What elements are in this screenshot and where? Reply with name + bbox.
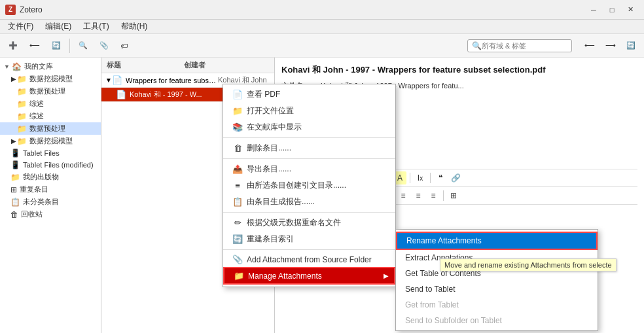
ctx-bibliography[interactable]: ≡ 由所选条目创建引文目录...... [223,177,395,194]
menu-edit[interactable]: 编辑(E) [40,20,77,33]
col-extra [259,59,272,71]
sidebar-item-label: 数据预处理 [29,86,65,96]
sidebar-item-duplicates[interactable]: ⊞ 重复条目 [0,183,101,196]
sidebar-item-label: Tablet Files (modified) [23,161,94,169]
attachment-button[interactable]: 📎 [95,39,113,52]
submenu: Rename Attachments Extract Annotations G… [395,229,598,331]
folder-icon: 📁 [232,106,243,116]
ctx-label: Add Attachment from Source Folder [247,255,372,264]
menu-help[interactable]: 帮助(H) [116,20,153,33]
search-input[interactable] [482,42,567,50]
ctx-label: 查看 PDF [247,89,280,100]
menu-tools[interactable]: 工具(T) [78,20,114,33]
sidebar-item-unfiled[interactable]: 📋 未分类条目 [0,196,101,208]
sidebar-item-3[interactable]: 📁 综述 [0,110,101,122]
sidebar-item-tablet-modified[interactable]: 📱 Tablet Files (modified) [0,159,101,171]
sidebar-item-label: 综述 [29,99,44,109]
title-bar: Z Zotero ─ □ ✕ [0,0,644,20]
ctx-delete[interactable]: 🗑 删除条目...... [223,140,395,156]
duplicate-icon: ⊞ [10,185,17,194]
folder-icon: 📁 [17,75,27,84]
ctx-sep1 [223,137,395,138]
folder-icon: 📁 [10,173,20,182]
search-box[interactable]: 🔍 [467,39,572,52]
sidebar-item-2[interactable]: 📁 综述 [0,97,101,110]
ctx-label: 删除条目...... [247,143,291,154]
indent-left-button[interactable]: ≡ [412,189,425,202]
submenu-arrow: ▶ [384,272,389,279]
sidebar-item-label: 数据挖掘模型 [29,74,73,84]
ctx-manage-attachments[interactable]: 📁 Manage Attachments ▶ [223,267,395,285]
library-label: 我的文库 [24,61,53,71]
sidebar-item-tablet[interactable]: 📱 Tablet Files [0,147,101,159]
search-icon: 🔍 [472,41,482,50]
table-button[interactable]: ⊞ [447,189,460,202]
ul-button[interactable]: ≡ [397,189,410,202]
sidebar-item-label: 未分类条目 [23,197,59,207]
library-root[interactable]: ▼ 🏠 我的文库 [0,60,101,73]
toolbar-separator [69,39,70,53]
rename-icon: ✏ [232,218,243,228]
nav-controls: ⟵ ⟶ 🔄 [580,39,640,52]
refresh-button[interactable]: 🔄 [622,39,640,52]
sidebar-item-trash[interactable]: 🗑 回收站 [0,208,101,220]
minimize-button[interactable]: ─ [585,3,602,16]
sub-send-tablet[interactable]: Send to Tablet [396,281,598,297]
ctx-export[interactable]: 📤 导出条目...... [223,161,395,177]
ctx-open-location[interactable]: 📁 打开文件位置 [223,103,395,119]
ctx-report[interactable]: 📋 由条目生成报告...... [223,194,395,210]
sidebar-item-5[interactable]: ▶ 📁 数据挖掘模型 [0,135,101,147]
nav-next-button[interactable]: ⟶ [601,39,620,52]
sidebar-item-0[interactable]: ▶ 📁 数据挖掘模型 [0,73,101,85]
folder-icon: 📁 [17,87,27,96]
editor-sep3 [430,173,431,183]
trash-icon: 🗑 [10,210,18,219]
link-button[interactable]: 🔗 [449,171,462,184]
menu-bar: 文件(F) 编辑(E) 工具(T) 帮助(H) [0,20,644,34]
ctx-reindex[interactable]: 🔄 重建条目索引 [223,231,395,247]
sync-button[interactable]: 🔄 [47,39,65,52]
article-icon: 📄 [112,75,122,85]
ctx-label: 重建条目索引 [247,234,294,245]
attachment-icon: 📎 [99,41,109,50]
maximize-button[interactable]: □ [603,3,620,16]
ctx-show-library[interactable]: 📚 在文献库中显示 [223,119,395,135]
ctx-rename[interactable]: ✏ 根据父级元数据重命名文件 [223,215,395,231]
ctx-add-attachment[interactable]: 📎 Add Attachment from Source Folder [223,252,395,267]
expand-arrow: ▼ [4,63,10,70]
toolbar: ➕ ⟵ 🔄 🔍 📎 🏷 🔍 ⟵ ⟶ 🔄 [0,34,644,58]
sidebar-item-label: 数据预处理 [29,124,65,133]
left-panel: ▼ 🏠 我的文库 ▶ 📁 数据挖掘模型 📁 数据预处理 📁 综述 📁 综述 📁 … [0,58,101,333]
detail-title: Kohavi 和 John - 1997 - Wrappers for feat… [281,64,637,76]
reindex-icon: 🔄 [232,234,243,244]
report-icon: 📋 [232,197,243,207]
ctx-label: 导出条目...... [247,164,291,175]
sub-label: Send to Tablet [405,285,456,294]
attachment-icon: 📎 [232,254,243,264]
blockquote-button[interactable]: ❝ [434,171,447,184]
indent-right-button[interactable]: ≡ [427,189,440,202]
tablet-modified-icon: 📱 [10,160,20,169]
tag-button[interactable]: 🏷 [116,39,132,52]
sub-label: Rename Attachments [406,236,482,245]
clear-format-button[interactable]: Ix [414,171,427,184]
sub-get-from-tablet[interactable]: Get from Tablet [396,297,598,313]
editor-sep5 [443,190,444,201]
ctx-view-pdf[interactable]: 📄 查看 PDF [223,86,395,103]
context-menu: 📄 查看 PDF 📁 打开文件位置 📚 在文献库中显示 🗑 删除条目......… [223,84,396,287]
nav-back-button[interactable]: ⟵ [25,39,45,52]
expand-arrow: ▼ [105,77,112,84]
locate-button[interactable]: 🔍 [74,39,92,52]
menu-file[interactable]: 文件(F) [3,20,39,33]
sidebar-item-publications[interactable]: 📁 我的出版物 [0,171,101,183]
sidebar-item-1[interactable]: 📁 数据预处理 [0,85,101,97]
close-button[interactable]: ✕ [622,3,639,16]
add-button[interactable]: ➕ [4,39,22,52]
nav-prev-button[interactable]: ⟵ [580,39,599,52]
col-title: 标题 [104,59,181,71]
expand-arrow: ▶ [10,75,17,82]
delete-icon: 🗑 [232,143,243,153]
sub-send-subfolder[interactable]: Send to Subfolder on Tablet [396,313,598,328]
sub-rename-attachments[interactable]: Rename Attachments [396,232,598,250]
sidebar-item-4[interactable]: 📁 数据预处理 [0,122,101,135]
